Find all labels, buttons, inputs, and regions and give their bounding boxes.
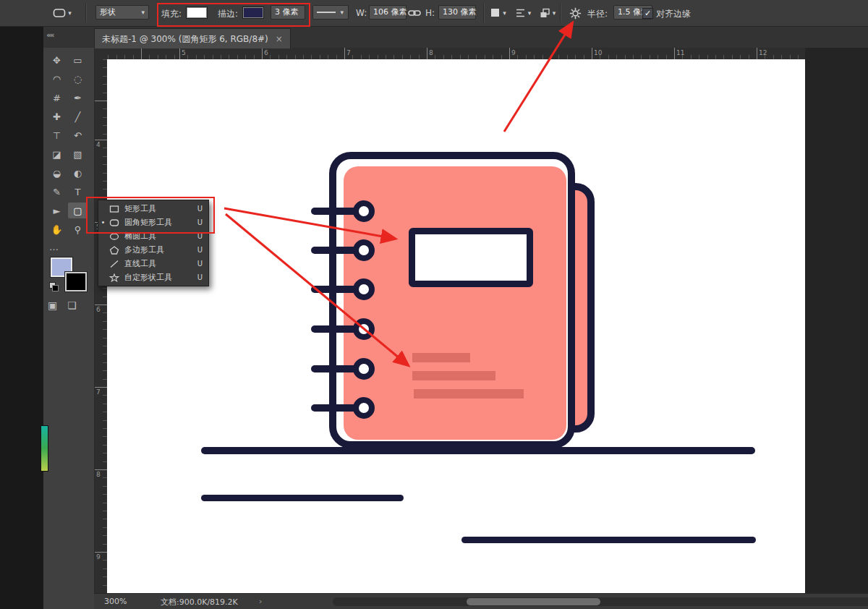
mini-background-swatch [52, 285, 59, 291]
ellipse-icon [109, 232, 121, 241]
document-tab-title: 未标题-1 @ 300% (圆角矩形 6, RGB/8#) [102, 30, 268, 48]
menu-item-shortcut: U [197, 246, 203, 254]
shape-width-value: 106 像素 [373, 7, 407, 17]
height-label: H: [425, 8, 435, 18]
path-selection-tool[interactable]: ► [47, 203, 67, 218]
rounded-rectangle-tool[interactable]: ▢ [68, 203, 88, 218]
collapse-panels-icon[interactable]: «« [46, 30, 53, 40]
menu-item-rectangle-tool[interactable]: 矩形工具 U [98, 202, 208, 216]
eraser-tool[interactable]: ◪ [47, 146, 67, 162]
shape-width-field[interactable]: 106 像素 [369, 5, 407, 20]
document-tab-bar: «« 未标题-1 @ 300% (圆角矩形 6, RGB/8#) × [43, 26, 868, 48]
history-brush-tool[interactable]: ↶ [68, 127, 88, 143]
lasso-tool[interactable]: ◠ [47, 71, 67, 87]
gear-icon[interactable] [566, 4, 584, 22]
shape-height-field[interactable]: 130 像素 [438, 5, 476, 20]
menu-item-label: 矩形工具 [124, 203, 194, 214]
menu-item-custom-shape-tool[interactable]: 自定形状工具 U [98, 271, 208, 284]
document-size-info: 文档:900.0K/819.2K [161, 597, 238, 608]
quick-selection-tool[interactable]: ◌ [68, 71, 88, 87]
hand-tool[interactable]: ✋ [47, 221, 67, 237]
tool-mode-value: 形状 [100, 7, 116, 17]
path-alignment-icon[interactable]: ▾ [514, 4, 532, 22]
menu-item-polygon-tool[interactable]: 多边形工具 U [98, 243, 208, 257]
quick-mask-icon[interactable]: ▣ [48, 299, 57, 311]
close-icon[interactable]: × [276, 30, 283, 48]
link-dimensions-icon[interactable] [407, 4, 422, 22]
stroke-type-select[interactable]: ▾ [312, 5, 349, 20]
clone-stamp-tool[interactable]: ⊤ [47, 127, 67, 143]
menu-item-shortcut: U [197, 218, 203, 226]
check-icon: ✓ [644, 9, 651, 18]
menu-item-shortcut: U [197, 205, 203, 213]
spiral-ring [311, 318, 378, 340]
spot-healing-brush-tool[interactable]: ✚ [47, 108, 67, 124]
polygon-icon [109, 246, 121, 255]
status-chevron-icon[interactable]: › [259, 597, 262, 606]
divider [85, 4, 86, 22]
notebook-text-line-3 [414, 389, 524, 399]
blur-tool[interactable]: ◒ [47, 165, 67, 181]
ruler-number: 8 [96, 471, 101, 478]
toolbar-bottom-icons: ▣ ❏ [48, 299, 90, 311]
stroke-width-value: 3 像素 [275, 7, 299, 17]
edit-toolbar-icon[interactable]: … [49, 242, 59, 252]
divider [560, 4, 561, 22]
tool-mode-select[interactable]: 形状 ▾ [95, 5, 149, 20]
spiral-ring [311, 239, 378, 261]
default-colors-icon[interactable] [49, 282, 58, 291]
gradient-tool[interactable]: ▧ [68, 146, 88, 162]
rectangular-marquee-tool[interactable]: ▭ [68, 52, 88, 68]
pen-tool[interactable]: ✎ [47, 184, 67, 200]
tools-panel: ✥ ▭ ◠ ◌ # ✒ ✚ ╱ ⊤ ↶ ◪ ▧ ◒ ◐ ✎ T ► ▢ ✋ ⚲ … [43, 48, 95, 609]
crop-tool[interactable]: # [47, 90, 67, 106]
menu-item-label: 自定形状工具 [124, 272, 194, 283]
ruler-number: 12 [759, 49, 767, 56]
screen-mode-icon[interactable]: ❏ [67, 299, 77, 311]
ruler-vertical: 4 5 6 7 8 9 [94, 59, 108, 593]
horizontal-scrollbar-track[interactable] [333, 597, 868, 606]
brush-tool[interactable]: ╱ [68, 108, 88, 124]
move-tool[interactable]: ✥ [47, 52, 67, 68]
ruler-number: 7 [346, 49, 351, 56]
tool-preset-picker[interactable]: ▾ [48, 4, 77, 22]
menu-item-shortcut: U [197, 232, 203, 240]
fill-color-swatch[interactable] [186, 7, 208, 19]
zoom-tool[interactable]: ⚲ [68, 221, 88, 237]
menu-item-label: 圆角矩形工具 [124, 217, 194, 228]
rounded-rectangle-icon [109, 218, 121, 227]
ruler-horizontal: 5 6 7 8 9 10 11 12 [107, 48, 805, 60]
canvas[interactable] [107, 59, 805, 593]
menu-item-line-tool[interactable]: 直线工具 U [98, 257, 208, 271]
eyedropper-tool[interactable]: ✒ [68, 90, 88, 106]
menu-item-rounded-rectangle-tool[interactable]: • 圆角矩形工具 U [98, 216, 208, 229]
chevron-down-icon: ▾ [68, 9, 72, 17]
stroke-color-swatch[interactable] [242, 7, 264, 19]
width-label: W: [356, 8, 367, 18]
fill-label: 填充: [161, 8, 182, 20]
notebook-text-line-2 [412, 371, 495, 380]
zoom-level[interactable]: 300% [104, 597, 127, 606]
dodge-tool[interactable]: ◐ [68, 165, 88, 181]
align-edges-checkbox[interactable]: ✓ [642, 8, 653, 19]
chevron-down-icon: ▾ [341, 9, 344, 16]
menu-item-label: 多边形工具 [124, 244, 194, 255]
align-edges-label: 对齐边缘 [656, 8, 691, 20]
ruler-number: 8 [429, 49, 433, 56]
spiral-ring [311, 278, 378, 300]
window-left-strip [0, 0, 43, 609]
chevron-down-icon: ▾ [553, 9, 556, 17]
stroke-width-field[interactable]: 3 像素 [271, 5, 305, 20]
horizontal-scrollbar-thumb[interactable] [467, 598, 600, 605]
type-tool[interactable]: T [68, 184, 88, 200]
stroke-style-line-icon [317, 12, 336, 13]
menu-item-ellipse-tool[interactable]: 椭圆工具 U [98, 229, 208, 243]
path-arrangement-icon[interactable]: ▾ [538, 4, 557, 22]
ground-line-1 [201, 447, 755, 454]
document-tab[interactable]: 未标题-1 @ 300% (圆角矩形 6, RGB/8#) × [94, 28, 291, 48]
ruler-number: 9 [96, 553, 101, 561]
ruler-number: 5 [182, 49, 186, 56]
ruler-number: 6 [96, 306, 101, 313]
path-operations-icon[interactable]: ▾ [489, 4, 508, 22]
background-color-swatch[interactable] [65, 272, 87, 291]
